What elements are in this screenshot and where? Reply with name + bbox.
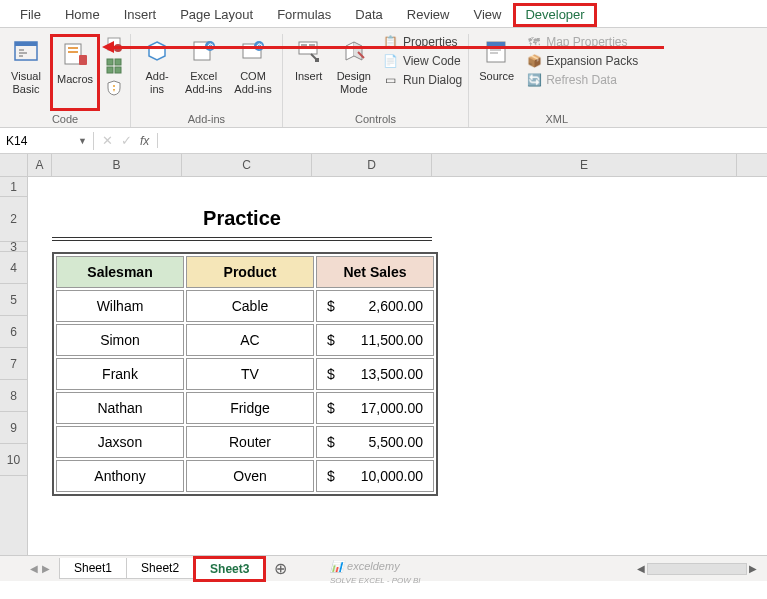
name-box-dropdown-icon[interactable]: ▼ <box>78 136 87 146</box>
table-row[interactable]: SimonAC$11,500.00 <box>56 324 434 356</box>
insert-control-button[interactable]: Insert <box>289 34 329 111</box>
tab-page-layout[interactable]: Page Layout <box>168 3 265 27</box>
record-macro-icon[interactable] <box>104 34 124 54</box>
row-header-4[interactable]: 4 <box>0 252 27 284</box>
tab-review[interactable]: Review <box>395 3 462 27</box>
cell-salesman[interactable]: Simon <box>56 324 184 356</box>
cell-salesman[interactable]: Nathan <box>56 392 184 424</box>
cell-product[interactable]: Fridge <box>186 392 314 424</box>
cell-product[interactable]: Router <box>186 426 314 458</box>
col-header-a[interactable]: A <box>28 154 52 176</box>
header-netsales[interactable]: Net Sales <box>316 256 434 288</box>
row-header-10[interactable]: 10 <box>0 444 27 476</box>
row-header-9[interactable]: 9 <box>0 412 27 444</box>
data-table: Salesman Product Net Sales WilhamCable$2… <box>52 252 438 496</box>
cell-sales[interactable]: $2,600.00 <box>316 290 434 322</box>
macros-button[interactable]: Macros <box>50 34 100 111</box>
table-row[interactable]: JaxsonRouter$5,500.00 <box>56 426 434 458</box>
tab-home[interactable]: Home <box>53 3 112 27</box>
svg-rect-18 <box>196 46 200 49</box>
design-mode-button[interactable]: Design Mode <box>333 34 375 111</box>
sheet-tab-2[interactable]: Sheet2 <box>126 558 194 579</box>
table-row[interactable]: FrankTV$13,500.00 <box>56 358 434 390</box>
svg-rect-12 <box>115 59 121 65</box>
cell-product[interactable]: Cable <box>186 290 314 322</box>
select-all-corner[interactable] <box>0 154 28 176</box>
col-header-b[interactable]: B <box>52 154 182 176</box>
run-dialog-button[interactable]: ▭Run Dialog <box>383 72 462 88</box>
tab-data[interactable]: Data <box>343 3 394 27</box>
name-box[interactable]: K14 ▼ <box>0 132 94 150</box>
sheet-nav: ◀ ▶ <box>20 563 60 574</box>
properties-button[interactable]: 📋Properties <box>383 34 462 50</box>
row-header-7[interactable]: 7 <box>0 348 27 380</box>
scroll-track[interactable] <box>647 563 747 575</box>
svg-rect-1 <box>15 42 37 46</box>
col-header-c[interactable]: C <box>182 154 312 176</box>
cell-product[interactable]: AC <box>186 324 314 356</box>
expansion-packs-button[interactable]: 📦Expansion Packs <box>526 53 638 69</box>
cell-sales[interactable]: $10,000.00 <box>316 460 434 492</box>
svg-rect-28 <box>315 58 319 62</box>
macro-security-icon[interactable] <box>104 78 124 98</box>
cell-sales[interactable]: $11,500.00 <box>316 324 434 356</box>
cell-sales[interactable]: $13,500.00 <box>316 358 434 390</box>
row-header-1[interactable]: 1 <box>0 177 27 197</box>
name-box-value: K14 <box>6 134 27 148</box>
header-salesman[interactable]: Salesman <box>56 256 184 288</box>
cell-salesman[interactable]: Anthony <box>56 460 184 492</box>
add-sheet-button[interactable]: ⊕ <box>266 559 295 578</box>
addins-button[interactable]: Add- ins <box>137 34 177 111</box>
fx-icon[interactable]: fx <box>140 134 149 148</box>
visual-basic-button[interactable]: Visual Basic <box>6 34 46 111</box>
col-header-e[interactable]: E <box>432 154 737 176</box>
sheet-nav-prev-icon[interactable]: ◀ <box>30 563 38 574</box>
view-code-button[interactable]: 📄View Code <box>383 53 462 69</box>
cell-salesman[interactable]: Frank <box>56 358 184 390</box>
view-code-icon: 📄 <box>383 53 399 69</box>
com-addins-icon: ⚙ <box>237 36 269 68</box>
properties-icon: 📋 <box>383 34 399 50</box>
sheet-tab-3[interactable]: Sheet3 <box>193 556 266 582</box>
scroll-right-icon[interactable]: ▶ <box>749 563 757 574</box>
row-header-8[interactable]: 8 <box>0 380 27 412</box>
map-properties-icon: 🗺 <box>526 34 542 50</box>
expansion-packs-label: Expansion Packs <box>546 54 638 68</box>
header-product[interactable]: Product <box>186 256 314 288</box>
com-addins-button[interactable]: ⚙ COM Add-ins <box>230 34 275 111</box>
tab-view[interactable]: View <box>461 3 513 27</box>
table-row[interactable]: WilhamCable$2,600.00 <box>56 290 434 322</box>
row-header-6[interactable]: 6 <box>0 316 27 348</box>
tab-file[interactable]: File <box>8 3 53 27</box>
cell-salesman[interactable]: Wilham <box>56 290 184 322</box>
sheet-nav-next-icon[interactable]: ▶ <box>42 563 50 574</box>
cell-salesman[interactable]: Jaxson <box>56 426 184 458</box>
design-mode-icon <box>338 36 370 68</box>
row-header-5[interactable]: 5 <box>0 284 27 316</box>
cell-product[interactable]: Oven <box>186 460 314 492</box>
horizontal-scrollbar[interactable]: ◀ ▶ <box>637 563 757 575</box>
scroll-left-icon[interactable]: ◀ <box>637 563 645 574</box>
excel-addins-button[interactable]: ⚙ Excel Add-ins <box>181 34 226 111</box>
cancel-formula-icon[interactable]: ✕ <box>102 133 113 148</box>
source-button[interactable]: Source <box>475 34 518 111</box>
code-group-label: Code <box>6 111 124 127</box>
row-header-2[interactable]: 2 <box>0 197 27 242</box>
col-header-d[interactable]: D <box>312 154 432 176</box>
map-properties-label: Map Properties <box>546 35 627 49</box>
tab-insert[interactable]: Insert <box>112 3 169 27</box>
confirm-formula-icon[interactable]: ✓ <box>121 133 132 148</box>
tab-developer[interactable]: Developer <box>513 3 596 27</box>
cell-sales[interactable]: $5,500.00 <box>316 426 434 458</box>
svg-rect-25 <box>299 42 317 54</box>
relative-ref-icon[interactable] <box>104 56 124 76</box>
cell-sales[interactable]: $17,000.00 <box>316 392 434 424</box>
source-icon <box>481 36 513 68</box>
tab-formulas[interactable]: Formulas <box>265 3 343 27</box>
table-row[interactable]: AnthonyOven$10,000.00 <box>56 460 434 492</box>
row-header-3[interactable]: 3 <box>0 242 27 252</box>
cell-grid[interactable]: Practice Salesman Product Net Sales Wilh… <box>28 177 767 555</box>
sheet-tab-1[interactable]: Sheet1 <box>59 558 127 579</box>
cell-product[interactable]: TV <box>186 358 314 390</box>
table-row[interactable]: NathanFridge$17,000.00 <box>56 392 434 424</box>
